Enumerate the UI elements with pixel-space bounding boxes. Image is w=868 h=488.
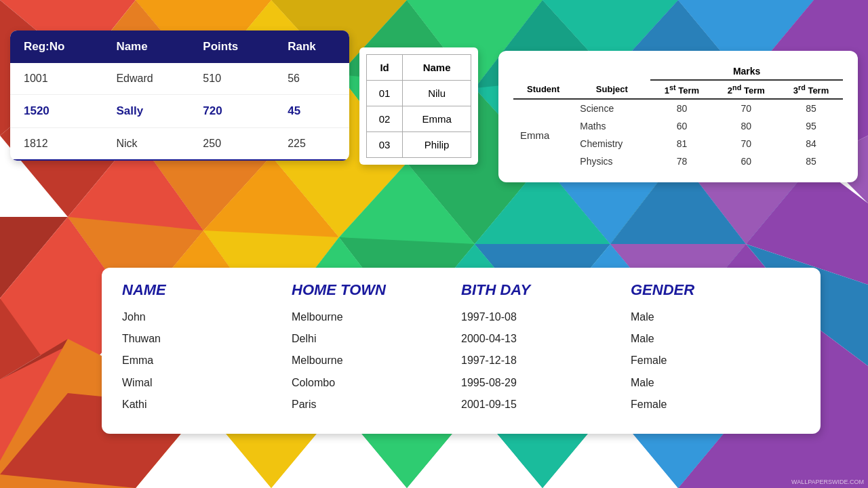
student-name: Nilu xyxy=(403,81,471,106)
bottom-info-card: NAME John Thuwan Emma Wimal Kathi HOME T… xyxy=(102,268,821,434)
name-col-header: Name xyxy=(102,30,189,63)
subject-cell: Science xyxy=(573,99,650,117)
term3-score: 95 xyxy=(779,117,843,135)
subject-header-empty xyxy=(573,63,650,80)
table-row: 03 Philip xyxy=(367,132,471,158)
list-item: 1995-08-29 xyxy=(461,373,631,392)
term1-score: 60 xyxy=(650,117,713,135)
id-col-header: Id xyxy=(367,55,403,81)
subject-col-header: Subject xyxy=(573,80,650,99)
student-name: Emma xyxy=(403,106,471,132)
points-col-header: Points xyxy=(189,30,274,63)
term1-score: 81 xyxy=(650,135,713,152)
marks-sub-header-row: Student Subject 1st Term 2nd Term 3rd Te… xyxy=(513,80,843,99)
term3-score: 84 xyxy=(779,135,843,152)
reg-number: 1001 xyxy=(10,63,102,95)
term2-score: 70 xyxy=(713,135,779,152)
registration-table: Reg:No Name Points Rank 1001 Edward 510 … xyxy=(10,30,349,161)
term3-score: 85 xyxy=(779,152,843,170)
gender-column: GENDER Male Male Female Male Female xyxy=(631,281,800,413)
student-id: 01 xyxy=(367,81,403,106)
student-header-empty xyxy=(513,63,573,80)
student-rank: 56 xyxy=(274,63,349,95)
hometown-column-header: HOME TOWN xyxy=(292,281,461,299)
birthday-column: BITH DAY 1997-10-08 2000-04-13 1997-12-1… xyxy=(461,281,631,413)
marks-row: Emma Science 80 70 85 xyxy=(513,99,843,117)
reg-number: 1812 xyxy=(10,128,102,161)
marks-table: Marks Student Subject 1st Term 2nd Term … xyxy=(513,63,843,170)
term1-col-header: 1st Term xyxy=(650,80,713,99)
name-column: NAME John Thuwan Emma Wimal Kathi xyxy=(122,281,292,413)
marks-top-header-row: Marks xyxy=(513,63,843,80)
table-row: 1812 Nick 250 225 xyxy=(10,128,349,161)
list-item: 2001-09-15 xyxy=(461,395,631,413)
list-item: Male xyxy=(631,373,800,392)
reg-number: 1520 xyxy=(10,95,102,128)
list-item: Kathi xyxy=(122,395,292,413)
rank-col-header: Rank xyxy=(274,30,349,63)
list-item: Thuwan xyxy=(122,329,292,348)
student-rank: 45 xyxy=(274,95,349,128)
table-row-highlighted: 1520 Sally 720 45 xyxy=(10,95,349,128)
subject-cell: Physics xyxy=(573,152,650,170)
student-name: Nick xyxy=(102,128,189,161)
id-name-table: Id Name 01 Nilu 02 Emma 03 Philip xyxy=(366,54,471,158)
list-item: John xyxy=(122,308,292,326)
student-name: Sally xyxy=(102,95,189,128)
birthday-column-header: BITH DAY xyxy=(461,281,631,299)
marks-group-header: Marks xyxy=(650,63,843,80)
table-row: 02 Emma xyxy=(367,106,471,132)
student-points: 250 xyxy=(189,128,274,161)
subject-cell: Maths xyxy=(573,117,650,135)
reg-table-header-row: Reg:No Name Points Rank xyxy=(10,30,349,63)
list-item: Emma xyxy=(122,351,292,369)
list-item: 1997-12-18 xyxy=(461,351,631,369)
student-points: 510 xyxy=(189,63,274,95)
hometown-column: HOME TOWN Melbourne Delhi Melbourne Colo… xyxy=(292,281,461,413)
student-name: Edward xyxy=(102,63,189,95)
subject-cell: Chemistry xyxy=(573,135,650,152)
term3-score: 85 xyxy=(779,99,843,117)
term3-col-header: 3rd Term xyxy=(779,80,843,99)
list-item: 2000-04-13 xyxy=(461,329,631,348)
list-item: 1997-10-08 xyxy=(461,308,631,326)
term1-score: 78 xyxy=(650,152,713,170)
student-id: 03 xyxy=(367,132,403,158)
id-name-card: Id Name 01 Nilu 02 Emma 03 Philip xyxy=(359,47,478,165)
list-item: Wimal xyxy=(122,373,292,392)
reg-col-header: Reg:No xyxy=(10,30,102,63)
student-col-header: Student xyxy=(513,80,573,99)
term2-score: 70 xyxy=(713,99,779,117)
list-item: Colombo xyxy=(292,373,461,392)
list-item: Male xyxy=(631,308,800,326)
name-col-header: Name xyxy=(403,55,471,81)
list-item: Delhi xyxy=(292,329,461,348)
list-item: Female xyxy=(631,395,800,413)
term2-score: 60 xyxy=(713,152,779,170)
student-rank: 225 xyxy=(274,128,349,161)
list-item: Paris xyxy=(292,395,461,413)
student-name: Philip xyxy=(403,132,471,158)
student-id: 02 xyxy=(367,106,403,132)
table-row: 01 Nilu xyxy=(367,81,471,106)
watermark: WALLPAPERSWIDE.COM xyxy=(791,479,864,485)
term1-score: 80 xyxy=(650,99,713,117)
list-item: Melbourne xyxy=(292,351,461,369)
registration-table-card: Reg:No Name Points Rank 1001 Edward 510 … xyxy=(10,30,349,161)
student-points: 720 xyxy=(189,95,274,128)
term2-score: 80 xyxy=(713,117,779,135)
table-row: 1001 Edward 510 56 xyxy=(10,63,349,95)
list-item: Female xyxy=(631,351,800,369)
gender-column-header: GENDER xyxy=(631,281,800,299)
list-item: Melbourne xyxy=(292,308,461,326)
name-column-header: NAME xyxy=(122,281,292,299)
list-item: Male xyxy=(631,329,800,348)
marks-table-card: Marks Student Subject 1st Term 2nd Term … xyxy=(498,51,858,182)
id-name-header-row: Id Name xyxy=(367,55,471,81)
marks-student-name: Emma xyxy=(513,99,573,170)
term2-col-header: 2nd Term xyxy=(713,80,779,99)
